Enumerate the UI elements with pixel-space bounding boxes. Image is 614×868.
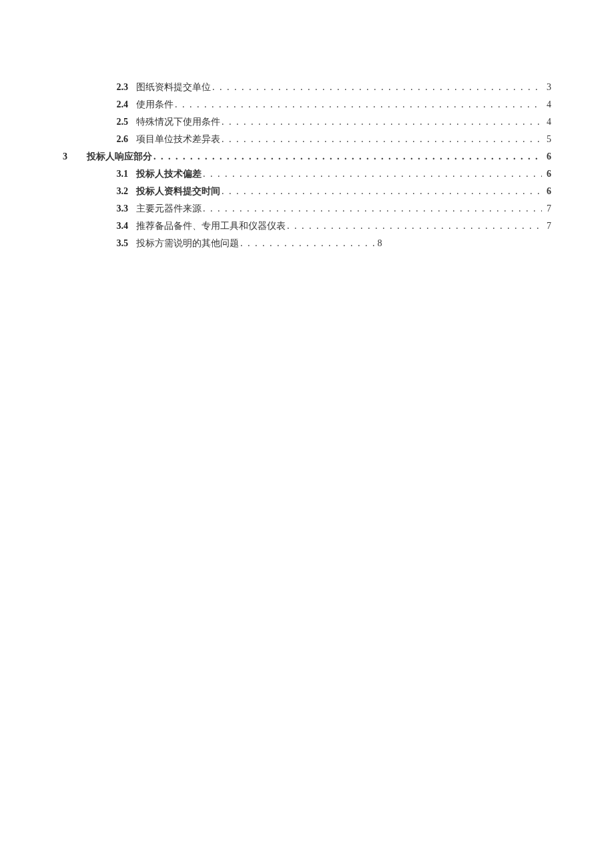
toc-number: 3.4 (109, 218, 128, 235)
toc-number: 2.5 (109, 113, 128, 131)
toc-line-3-3: 3.3主要元器件来源. . . . . . . . . . . . . . . … (109, 200, 551, 218)
toc-number: 2.4 (109, 96, 128, 113)
toc-number: 2.6 (109, 131, 128, 148)
toc-line-3-1: 3.1投标人技术偏差. . . . . . . . . . . . . . . … (109, 165, 551, 183)
toc-line-2-6: 2.6项目单位技术差异表. . . . . . . . . . . . . . … (109, 131, 551, 148)
toc-leader: . . . . . . . . . . . . . . . . . . . . … (203, 200, 542, 218)
toc-page-ref: 4 (543, 113, 551, 131)
toc-leader: . . . . . . . . . . . . . . . . . . . . … (212, 79, 542, 96)
toc-title: 投标人技术偏差 (136, 165, 202, 183)
toc-title: 投标人响应部分 (87, 148, 152, 165)
toc-page-ref: 7 (543, 218, 551, 235)
toc-page-ref: 6 (543, 148, 551, 165)
toc-page: 2.3图纸资料提交单位. . . . . . . . . . . . . . .… (0, 0, 614, 252)
toc-page-ref: 5 (543, 131, 551, 148)
toc-line-3-4: 3.4推荐备品备件、专用工具和仪器仪表. . . . . . . . . . .… (109, 218, 551, 235)
toc-line-2-4: 2.4使用条件. . . . . . . . . . . . . . . . .… (109, 96, 551, 113)
toc-leader: . . . . . . . . . . . . . . . . . . . . … (222, 113, 542, 131)
toc-leader: . . . . . . . . . . . . . . . . . . . . … (154, 148, 542, 165)
toc-title: 主要元器件来源 (136, 200, 202, 218)
toc-page-ref: 3 (543, 79, 551, 96)
toc-title: 特殊情况下使用条件 (136, 113, 220, 131)
toc-number: 3.2 (109, 183, 128, 200)
toc-number: 3.3 (109, 200, 128, 218)
toc-container: 2.3图纸资料提交单位. . . . . . . . . . . . . . .… (63, 79, 551, 252)
toc-line-2-5: 2.5特殊情况下使用条件. . . . . . . . . . . . . . … (109, 113, 551, 131)
toc-title: 投标方需说明的其他问题 (136, 235, 239, 252)
toc-leader: . . . . . . . . . . . . . . . . . . . . … (203, 165, 542, 183)
toc-number: 3.5 (109, 235, 128, 252)
toc-number: 3.1 (109, 165, 128, 183)
toc-line-3-2: 3.2投标人资料提交时间. . . . . . . . . . . . . . … (109, 183, 551, 200)
toc-title: 投标人资料提交时间 (136, 183, 220, 200)
toc-leader: . . . . . . . . . . . . . . . . . . . . … (222, 131, 542, 148)
toc-title: 推荐备品备件、专用工具和仪器仪表 (136, 218, 286, 235)
toc-title: 项目单位技术差异表 (136, 131, 220, 148)
toc-title: 图纸资料提交单位 (136, 79, 211, 96)
toc-page-ref: 4 (543, 96, 551, 113)
toc-leader: . . . . . . . . . . . . . . . . . . . . … (175, 96, 542, 113)
toc-page-ref: 6 (543, 165, 551, 183)
toc-line-3-5: 3.5投标方需说明的其他问题 . . . . . . . . . . . . .… (109, 235, 551, 252)
toc-page-ref: 8 (378, 235, 382, 252)
toc-page-ref: 6 (543, 183, 551, 200)
toc-line-3: 3投标人响应部分. . . . . . . . . . . . . . . . … (63, 148, 551, 165)
toc-number: 3 (63, 148, 79, 165)
toc-title: 使用条件 (136, 96, 174, 113)
toc-page-ref: 7 (543, 200, 551, 218)
toc-leader: . . . . . . . . . . . . . . . . . . . . … (222, 183, 542, 200)
toc-leader: . . . . . . . . . . . . . . . . . . . . … (287, 218, 542, 235)
toc-line-2-3: 2.3图纸资料提交单位. . . . . . . . . . . . . . .… (109, 79, 551, 96)
toc-leader: . . . . . . . . . . . . . . . . . . . (240, 235, 376, 252)
toc-number: 2.3 (109, 79, 128, 96)
